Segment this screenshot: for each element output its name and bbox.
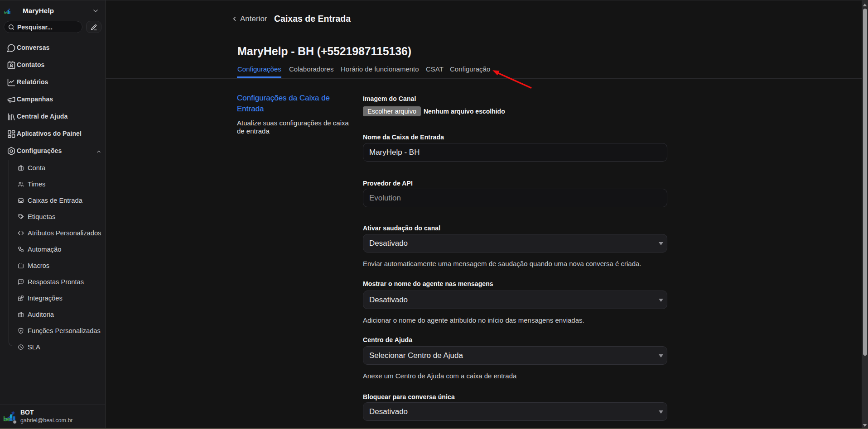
svg-text:be: be <box>4 10 9 14</box>
